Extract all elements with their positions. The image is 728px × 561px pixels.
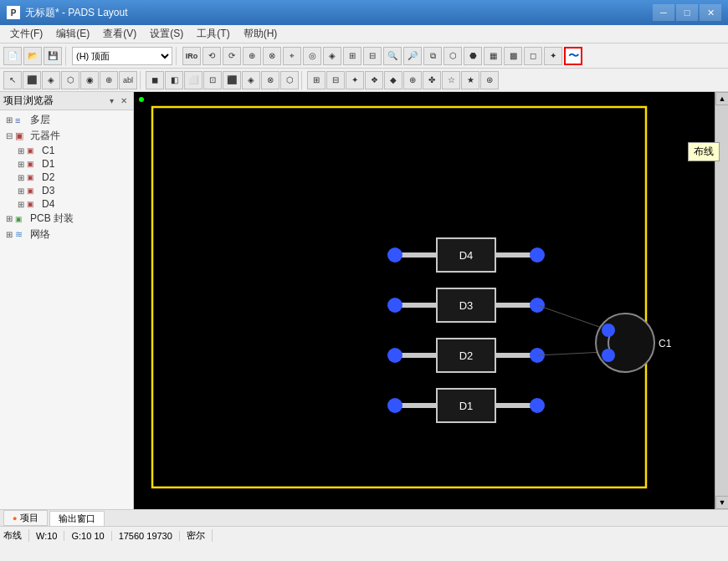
route-button[interactable]: 〜 <box>564 47 582 65</box>
tb-a6[interactable]: ◎ <box>303 47 321 65</box>
status-g: G:10 10 <box>71 531 111 541</box>
component-d3: D3 <box>387 288 545 322</box>
tree-item-net[interactable]: ⊞ ≋ 网络 <box>0 227 133 242</box>
expand-net[interactable]: ⊞ <box>3 230 15 239</box>
sep1 <box>65 47 69 65</box>
expand-c1[interactable]: ⊞ <box>15 146 27 156</box>
tb-a9[interactable]: ⊟ <box>363 47 382 65</box>
tb-a2[interactable]: ⟳ <box>223 47 241 65</box>
tb2-10[interactable]: ⊡ <box>203 71 222 89</box>
tb-a3[interactable]: ⊕ <box>243 47 261 65</box>
select-tool[interactable]: ↖ <box>3 71 22 89</box>
tb-a14[interactable]: ⬣ <box>464 47 482 65</box>
tb-a18[interactable]: ✦ <box>544 47 562 65</box>
status-coords: 17560 19730 <box>119 531 180 541</box>
expand-pcb[interactable]: ⊞ <box>3 214 15 223</box>
tb2-13[interactable]: ⊗ <box>261 71 279 89</box>
tb-a5[interactable]: ⌖ <box>283 47 301 65</box>
tb2-21[interactable]: ✤ <box>423 71 441 89</box>
tb-a1[interactable]: ⟲ <box>203 47 221 65</box>
tb2-12[interactable]: ◈ <box>242 71 260 89</box>
tb-a4[interactable]: ⊗ <box>263 47 281 65</box>
tb2-23[interactable]: ★ <box>461 71 479 89</box>
tab-project[interactable]: ● 项目 <box>3 510 48 526</box>
status-unit-label: 密尔 <box>187 529 205 542</box>
tb2-7[interactable]: ◼ <box>146 71 164 89</box>
expand-d1[interactable]: ⊞ <box>15 160 27 169</box>
svg-point-5 <box>387 247 402 263</box>
components-label: 元器件 <box>30 129 60 143</box>
svg-point-27 <box>596 314 654 372</box>
tb-a8[interactable]: ⊞ <box>343 47 361 65</box>
menu-help[interactable]: 帮助(H) <box>237 25 285 43</box>
tree-item-multilayer[interactable]: ⊞ ≡ 多层 <box>0 112 133 128</box>
tb-a13[interactable]: ⬡ <box>443 47 462 65</box>
tb-a16[interactable]: ▩ <box>504 47 522 65</box>
expand-icon[interactable]: ⊞ <box>3 115 15 125</box>
tree-item-d2[interactable]: ⊞ ▣ D2 <box>0 171 133 184</box>
tb2-6[interactable]: abl <box>119 71 137 89</box>
tb-a7[interactable]: ◈ <box>323 47 341 65</box>
scroll-down-btn[interactable]: ▼ <box>715 496 728 509</box>
expand-d2[interactable]: ⊞ <box>15 173 27 182</box>
minimize-button[interactable]: ─ <box>653 4 674 21</box>
expand-d3[interactable]: ⊞ <box>15 186 27 196</box>
tree-item-components[interactable]: ⊟ ▣ 元器件 <box>0 128 133 144</box>
tree-item-d4[interactable]: ⊞ ▣ D4 <box>0 197 133 211</box>
pcb-label: PCB 封装 <box>30 212 74 226</box>
tb2-8[interactable]: ◧ <box>165 71 183 89</box>
tb-a17[interactable]: ◻ <box>524 47 542 65</box>
tb2-19[interactable]: ◆ <box>384 71 402 89</box>
open-button[interactable]: 📂 <box>23 47 42 65</box>
pcb-icon: ▣ <box>15 215 28 223</box>
tb2-17[interactable]: ✦ <box>346 71 364 89</box>
sidebar-controls[interactable]: ▾ ✕ <box>107 95 130 106</box>
tb2-2[interactable]: ◈ <box>42 71 60 89</box>
layer-select[interactable]: (H) 顶面 <box>72 47 172 65</box>
tb2-11[interactable]: ⬛ <box>223 71 241 89</box>
maximize-button[interactable]: □ <box>676 4 698 21</box>
tb2-24[interactable]: ⊛ <box>480 71 499 89</box>
sidebar-float-btn[interactable]: ✕ <box>118 95 130 106</box>
save-button[interactable]: 💾 <box>44 47 62 65</box>
tb2-3[interactable]: ⬡ <box>61 71 79 89</box>
menu-view[interactable]: 查看(V) <box>96 25 143 43</box>
tree-item-c1[interactable]: ⊞ ▣ C1 <box>0 144 133 157</box>
window-controls[interactable]: ─ □ ✕ <box>653 4 721 21</box>
menu-file[interactable]: 文件(F) <box>3 25 49 43</box>
d1-label: D1 <box>42 158 54 170</box>
sidebar-pin-btn[interactable]: ▾ <box>107 95 116 106</box>
tb-a10[interactable]: 🔍 <box>383 47 402 65</box>
tb-a15[interactable]: ▦ <box>484 47 502 65</box>
tb-iro[interactable]: IRo <box>182 47 201 65</box>
new-button[interactable]: 📄 <box>3 47 22 65</box>
canvas-area[interactable]: D4 D3 D2 <box>134 92 728 509</box>
tree-item-d3[interactable]: ⊞ ▣ D3 <box>0 184 133 197</box>
tb2-15[interactable]: ⊞ <box>307 71 326 89</box>
tb-a12[interactable]: ⧉ <box>423 47 442 65</box>
tb2-1[interactable]: ⬛ <box>23 71 41 89</box>
tree-item-d1[interactable]: ⊞ ▣ D1 <box>0 157 133 171</box>
tb2-5[interactable]: ⊕ <box>100 71 118 89</box>
tb2-14[interactable]: ⬡ <box>280 71 299 89</box>
tree-item-pcb[interactable]: ⊞ ▣ PCB 封装 <box>0 211 133 227</box>
tb2-22[interactable]: ☆ <box>442 71 460 89</box>
multilayer-icon: ≡ <box>15 115 28 125</box>
tb-a11[interactable]: 🔎 <box>403 47 422 65</box>
expand-icon-comp[interactable]: ⊟ <box>3 131 15 140</box>
tb2-16[interactable]: ⊟ <box>326 71 345 89</box>
menu-settings[interactable]: 设置(S) <box>143 25 190 43</box>
expand-d4[interactable]: ⊞ <box>15 200 27 209</box>
tb2-18[interactable]: ❖ <box>365 71 383 89</box>
tb2-20[interactable]: ⊕ <box>403 71 422 89</box>
close-button[interactable]: ✕ <box>700 4 721 21</box>
tab-output[interactable]: 输出窗口 <box>49 511 105 526</box>
svg-text:D2: D2 <box>459 349 474 362</box>
tb2-9[interactable]: ⬜ <box>184 71 203 89</box>
menu-edit[interactable]: 编辑(E) <box>49 25 96 43</box>
tb2-sep1 <box>140 71 143 89</box>
tb2-4[interactable]: ◉ <box>80 71 99 89</box>
menu-tools[interactable]: 工具(T) <box>190 25 236 43</box>
d4-label: D4 <box>42 198 54 210</box>
scroll-up-btn[interactable]: ▲ <box>715 92 728 105</box>
